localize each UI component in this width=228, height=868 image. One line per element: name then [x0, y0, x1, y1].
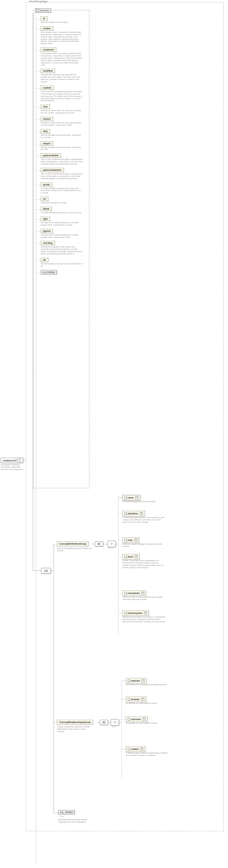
- expand-icon[interactable]: +: [140, 512, 143, 515]
- concept-definition-group[interactable]: ConceptDefinitionGroup: [57, 541, 88, 546]
- collapse-icon[interactable]: −: [36, 9, 39, 12]
- attribute-type[interactable]: type: [41, 217, 50, 221]
- attribute-item: modifiedThe date (and, optionally, the t…: [41, 69, 87, 84]
- connector-line: [121, 681, 126, 681]
- element-label: related: [131, 748, 139, 750]
- element-decorator-icon: [124, 612, 127, 614]
- expand-icon[interactable]: +: [141, 592, 144, 595]
- attribute-why[interactable]: why: [41, 129, 50, 133]
- attribute-item: howuriIndicates by which means the value…: [41, 117, 87, 128]
- attribute-pubconstrainturi[interactable]: pubconstrainturi: [41, 168, 64, 172]
- element-decorator-icon: [124, 497, 127, 499]
- attribute-item: typeThe type of the concept assigned as …: [41, 217, 87, 227]
- attribute-whyuri[interactable]: whyuri: [41, 141, 53, 146]
- attribute-pubconstraint[interactable]: pubconstraint: [41, 153, 61, 158]
- any-other-element[interactable]: any ##other: [58, 810, 75, 814]
- expand-icon[interactable]: +: [141, 698, 144, 701]
- attributes-box: − attributes idThe local identifier of t…: [33, 10, 89, 488]
- attribute-item: qcodeA concept identifier expressed as a…: [41, 182, 87, 196]
- attribute-how[interactable]: how: [41, 104, 50, 109]
- attribute-desc: Why the metadata has been included - exp…: [41, 146, 83, 152]
- expand-icon[interactable]: +: [135, 496, 138, 499]
- connector-line: [115, 544, 118, 544]
- element-name[interactable]: name+: [122, 495, 140, 500]
- element-label: remoteInfo: [128, 592, 140, 594]
- connector-line: [121, 699, 126, 700]
- expand-icon[interactable]: +: [143, 718, 146, 721]
- expand-icon[interactable]: +: [135, 555, 138, 558]
- attributes-title: attributes: [40, 9, 49, 11]
- attribute-desc: A concept identifier expressed as a free…: [41, 211, 83, 215]
- attribute-uri[interactable]: uri: [41, 197, 48, 201]
- element-hierarchyInfo[interactable]: hierarchyInfo+: [122, 610, 149, 616]
- attribute-desc: The directionality of textual content (e…: [41, 262, 83, 269]
- element-desc: A related concept, where the relationshi…: [126, 752, 169, 756]
- attribute-qcode[interactable]: qcode: [41, 182, 52, 187]
- element-broader[interactable]: broader+: [126, 696, 146, 702]
- attribute-modified[interactable]: modified: [41, 69, 55, 73]
- sequence-compositor-icon: [94, 541, 103, 547]
- occurrence-label: 0..∞: [60, 815, 64, 817]
- attributes-header[interactable]: − attributes: [35, 8, 51, 12]
- attribute-desc: One or many constraints that apply to pu…: [41, 172, 83, 181]
- element-decorator-icon: [128, 718, 130, 720]
- element-narrower[interactable]: narrower+: [126, 716, 148, 722]
- group-title-label: ConceptRelationshipsGroup: [59, 721, 91, 723]
- attribute-typeuri[interactable]: typeuri: [41, 229, 53, 233]
- element-remoteInfo[interactable]: remoteInfo+: [122, 590, 146, 596]
- attribute-creator[interactable]: creator: [41, 26, 53, 31]
- attribute-creatoruri[interactable]: creatoruri: [41, 48, 56, 52]
- attribute-desc: Why the metadata has been included - exp…: [41, 133, 83, 140]
- expand-icon[interactable]: −: [17, 459, 21, 462]
- element-desc: An identifier of a concept with equivale…: [126, 684, 169, 686]
- connector-line: [53, 722, 57, 723]
- canvas: Flex1PropType instanceOf − A frequently …: [0, 0, 228, 868]
- element-desc: An identifier of a more generic concept.: [126, 702, 169, 705]
- element-related[interactable]: related+: [126, 746, 145, 752]
- concept-relationships-group[interactable]: ConceptRelationshipsGroup: [57, 720, 93, 725]
- element-definition[interactable]: definition+: [122, 511, 145, 517]
- element-note[interactable]: note+: [122, 537, 139, 543]
- attribute-item: xml:langSpecifies the language of this p…: [41, 241, 87, 256]
- instanceof-element[interactable]: instanceOf −: [1, 458, 23, 463]
- attribute-custom[interactable]: custom: [41, 86, 53, 90]
- attribute-item: literalA concept identifier expressed as…: [41, 207, 87, 215]
- attribute-desc: The date (and, optionally, the time) whe…: [41, 73, 83, 84]
- attribute-id[interactable]: id: [41, 16, 47, 21]
- connector-line: [118, 540, 122, 540]
- attribute-howuri[interactable]: howuri: [41, 117, 53, 121]
- connector-line: [118, 557, 122, 557]
- element-label: narrower: [131, 718, 141, 720]
- attribute-item: dirThe directionality of textual content…: [41, 258, 87, 269]
- any-other-attribute[interactable]: any ##other: [41, 270, 57, 274]
- expand-icon[interactable]: +: [142, 679, 145, 682]
- attribute-item: creatorIf the property value is not defi…: [41, 26, 87, 46]
- element-desc: A natural language definition of the sem…: [122, 517, 165, 523]
- connector-line: [121, 719, 126, 719]
- attribute-item: whyuriWhy the metadata has been included…: [41, 141, 87, 152]
- concept-definition-group-desc: A group of properties required to define…: [57, 547, 92, 552]
- expand-icon[interactable]: +: [144, 612, 147, 615]
- connector-line: [97, 722, 100, 723]
- choice-compositor-icon: ⊘: [107, 540, 116, 547]
- group-title-label: ConceptDefinitionGroup: [59, 542, 86, 545]
- element-decorator-icon: [128, 748, 130, 750]
- element-facet[interactable]: facet+: [122, 554, 140, 560]
- connector-line: [33, 570, 41, 571]
- attribute-xml-lang[interactable]: xml:lang: [41, 241, 55, 245]
- connector-line: [33, 13, 33, 460]
- expand-icon[interactable]: +: [135, 539, 137, 541]
- attribute-item: idThe local identifier of the property.: [41, 16, 87, 25]
- attribute-literal[interactable]: literal: [41, 207, 52, 211]
- expand-icon[interactable]: +: [140, 748, 143, 751]
- connector-line: [51, 570, 53, 571]
- attribute-desc: A URI which identifies a concept.: [41, 201, 83, 205]
- attribute-dir[interactable]: dir: [41, 258, 48, 262]
- attribute-desc: If the property value is not defined, sp…: [41, 31, 83, 46]
- any-other-desc: Extension point for provider-defined pro…: [58, 818, 91, 823]
- element-label: facet: [128, 556, 133, 558]
- attribute-item: customIf set to true the corresponding p…: [41, 86, 87, 103]
- element-label: sameAs: [131, 680, 140, 682]
- element-sameAs[interactable]: sameAs+: [126, 678, 147, 684]
- connector-line: [53, 544, 57, 544]
